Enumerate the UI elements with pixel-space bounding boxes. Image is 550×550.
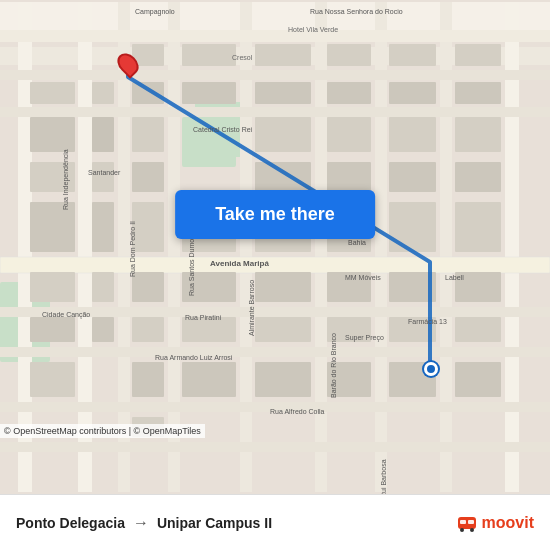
svg-rect-14 (0, 30, 550, 42)
destination-pin (119, 52, 137, 76)
svg-text:Super Preço: Super Preço (345, 334, 384, 342)
map-attribution: © OpenStreetMap contributors | © OpenMap… (0, 424, 205, 438)
svg-rect-36 (132, 82, 164, 104)
app: Rua Independência Rua Dom Pedro II Rua S… (0, 0, 550, 550)
svg-text:Almirante Barroso: Almirante Barroso (248, 280, 255, 336)
svg-rect-29 (92, 82, 114, 104)
svg-rect-68 (389, 82, 436, 104)
svg-rect-16 (0, 107, 550, 117)
moovit-text: moovit (482, 514, 534, 532)
svg-rect-110 (460, 520, 466, 524)
svg-rect-82 (455, 362, 501, 397)
svg-text:Hotel Vila Verde: Hotel Vila Verde (288, 26, 338, 33)
svg-rect-22 (30, 82, 75, 104)
svg-text:Rua Dom Pedro II: Rua Dom Pedro II (129, 221, 136, 277)
svg-rect-57 (255, 317, 311, 342)
svg-rect-23 (30, 117, 75, 152)
svg-rect-58 (255, 362, 311, 397)
svg-text:Bahia: Bahia (348, 239, 366, 246)
svg-text:Rua Armando Luiz Arrosi: Rua Armando Luiz Arrosi (155, 354, 233, 361)
bottom-bar: Ponto Delegacia → Unipar Campus II moovi… (0, 494, 550, 550)
svg-rect-111 (468, 520, 474, 524)
svg-text:Avenida Maripá: Avenida Maripá (210, 259, 269, 268)
to-location: Unipar Campus II (157, 515, 272, 531)
svg-rect-69 (389, 117, 436, 152)
svg-rect-31 (92, 162, 114, 192)
svg-text:Rua Piratini: Rua Piratini (185, 314, 222, 321)
svg-rect-59 (327, 44, 371, 66)
map-container: Rua Independência Rua Dom Pedro II Rua S… (0, 0, 550, 494)
svg-rect-54 (255, 162, 311, 192)
svg-rect-15 (0, 70, 550, 80)
svg-rect-81 (455, 317, 501, 342)
svg-text:Rua Nossa Senhora do Rocio: Rua Nossa Senhora do Rocio (310, 8, 403, 15)
svg-rect-37 (132, 117, 164, 152)
svg-rect-78 (455, 162, 501, 192)
svg-rect-79 (455, 202, 501, 252)
svg-text:Rua Santos Dumont: Rua Santos Dumont (188, 233, 195, 296)
svg-rect-45 (182, 82, 236, 104)
from-location: Ponto Delegacia (16, 515, 125, 531)
svg-text:Santander: Santander (88, 169, 121, 176)
svg-rect-30 (92, 117, 114, 152)
svg-rect-52 (255, 82, 311, 104)
svg-rect-27 (30, 317, 75, 342)
svg-point-112 (460, 528, 464, 532)
svg-rect-34 (92, 317, 114, 342)
svg-rect-38 (132, 162, 164, 192)
svg-text:Labell: Labell (445, 274, 464, 281)
svg-text:Campagnolo: Campagnolo (135, 8, 175, 16)
svg-text:Cresol: Cresol (232, 54, 253, 61)
svg-rect-77 (455, 117, 501, 152)
svg-rect-17 (0, 257, 550, 273)
svg-rect-28 (30, 362, 75, 397)
arrow-icon: → (133, 514, 149, 532)
moovit-logo: moovit (456, 512, 534, 534)
svg-text:Catedral Cristo Rei: Catedral Cristo Rei (193, 126, 253, 133)
svg-rect-53 (255, 117, 311, 152)
svg-text:Cidade Canção: Cidade Canção (42, 311, 90, 319)
svg-rect-67 (389, 44, 436, 66)
svg-rect-19 (0, 347, 550, 357)
svg-rect-56 (255, 272, 311, 302)
svg-text:Rua Independência: Rua Independência (62, 149, 70, 210)
svg-text:Barão do Rio Branco: Barão do Rio Branco (330, 333, 337, 398)
svg-text:Rua Alfredo Colla: Rua Alfredo Colla (270, 408, 325, 415)
svg-rect-70 (389, 162, 436, 192)
svg-rect-75 (455, 44, 501, 66)
moovit-icon (456, 512, 478, 534)
svg-rect-76 (455, 82, 501, 104)
svg-rect-33 (92, 272, 114, 302)
take-me-there-button[interactable]: Take me there (175, 190, 375, 239)
svg-rect-32 (92, 202, 114, 252)
svg-rect-44 (182, 44, 236, 66)
svg-text:Rui Barbosa: Rui Barbosa (380, 459, 387, 494)
svg-point-113 (470, 528, 474, 532)
svg-rect-26 (30, 272, 75, 302)
svg-rect-60 (327, 82, 371, 104)
svg-rect-41 (132, 317, 164, 342)
svg-rect-62 (327, 162, 371, 192)
svg-rect-50 (182, 362, 236, 397)
svg-rect-61 (327, 117, 371, 152)
svg-rect-39 (132, 202, 164, 252)
svg-rect-42 (132, 362, 164, 397)
svg-rect-51 (255, 44, 311, 66)
current-location-pin (424, 362, 438, 376)
svg-text:Farmácia 13: Farmácia 13 (408, 318, 447, 325)
svg-rect-40 (132, 272, 164, 302)
svg-rect-71 (389, 202, 436, 252)
svg-rect-21 (0, 442, 550, 452)
svg-text:MM Móveis: MM Móveis (345, 274, 381, 281)
